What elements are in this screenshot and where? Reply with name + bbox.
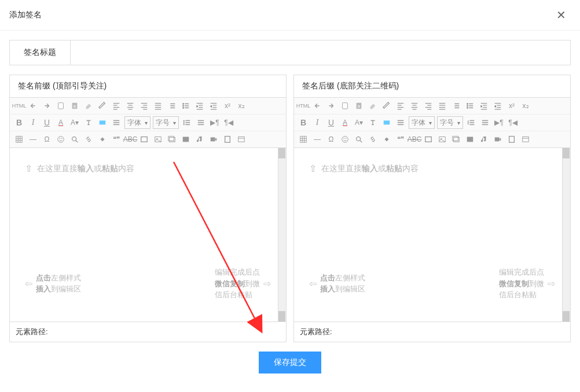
music-icon[interactable]: [477, 132, 491, 146]
superscript-icon[interactable]: x²: [505, 99, 519, 113]
code-icon[interactable]: [421, 132, 435, 146]
html-source-button[interactable]: HTML: [296, 99, 310, 113]
underline-button[interactable]: U: [40, 116, 54, 130]
scroll-up-icon[interactable]: [278, 148, 285, 158]
align-left-icon[interactable]: [109, 99, 123, 113]
font-color-icon[interactable]: A: [54, 116, 68, 130]
save-submit-button[interactable]: 保存提交: [259, 352, 321, 373]
link-icon[interactable]: [82, 132, 96, 146]
list-ordered-icon[interactable]: [165, 99, 179, 113]
underline-button[interactable]: U: [324, 116, 338, 130]
paragraph-icon[interactable]: [109, 116, 123, 130]
attachment-icon[interactable]: [505, 132, 519, 146]
line-height-icon[interactable]: [180, 116, 194, 130]
editor-prefix-area[interactable]: ⇧ 在这里直接输入或粘贴内容 ⇦ 点击左侧样式 插入到编辑区: [10, 148, 286, 321]
paste-icon[interactable]: [54, 99, 68, 113]
search-icon[interactable]: [68, 132, 82, 146]
remove-format-icon[interactable]: [366, 116, 380, 130]
outdent-icon[interactable]: [207, 99, 221, 113]
eraser-icon[interactable]: [82, 99, 96, 113]
editor-suffix-area[interactable]: ⇧ 在这里直接输入或粘贴内容 ⇦ 点击左侧样式 插入到编辑区: [294, 148, 570, 321]
highlight-icon[interactable]: [96, 116, 109, 130]
template-icon[interactable]: [234, 132, 248, 146]
music-icon[interactable]: [193, 132, 207, 146]
letter-spacing-icon[interactable]: [478, 116, 492, 130]
hr-icon[interactable]: —: [26, 132, 40, 146]
font-family-select[interactable]: 字体: [409, 116, 435, 129]
brush-icon[interactable]: [380, 99, 394, 113]
code-icon[interactable]: [137, 132, 151, 146]
special-char-icon[interactable]: Ω: [324, 132, 338, 146]
align-right-icon[interactable]: [421, 99, 435, 113]
link-icon[interactable]: [366, 132, 380, 146]
search-icon[interactable]: [352, 132, 366, 146]
redo-icon[interactable]: [324, 99, 338, 113]
paste-icon[interactable]: [338, 99, 352, 113]
list-unordered-icon[interactable]: [463, 99, 477, 113]
subscript-icon[interactable]: x₂: [234, 99, 248, 113]
align-left-icon[interactable]: [394, 99, 408, 113]
unlink-icon[interactable]: [96, 132, 109, 146]
image-icon[interactable]: [435, 132, 449, 146]
align-justify-icon[interactable]: [151, 99, 165, 113]
table-icon[interactable]: [296, 132, 310, 146]
special-char-icon[interactable]: Ω: [40, 132, 54, 146]
eraser-icon[interactable]: [366, 99, 380, 113]
align-center-icon[interactable]: [408, 99, 421, 113]
remove-format-icon[interactable]: [82, 116, 96, 130]
undo-icon[interactable]: [26, 99, 40, 113]
italic-button[interactable]: I: [310, 116, 324, 130]
font-color-icon[interactable]: A: [338, 116, 352, 130]
emoji-icon[interactable]: [338, 132, 352, 146]
direction-ltr-icon[interactable]: ▶¶: [208, 116, 222, 130]
video-icon[interactable]: [491, 132, 505, 146]
direction-rtl-icon[interactable]: ¶◀: [506, 116, 520, 130]
list-unordered-icon[interactable]: [179, 99, 193, 113]
align-right-icon[interactable]: [137, 99, 151, 113]
undo-icon[interactable]: [310, 99, 324, 113]
quote-icon[interactable]: ❝❞: [109, 132, 123, 146]
bg-color-icon[interactable]: A▾: [68, 116, 82, 130]
quote-icon[interactable]: ❝❞: [394, 132, 408, 146]
html-source-button[interactable]: HTML: [12, 99, 26, 113]
indent-icon[interactable]: [477, 99, 491, 113]
gallery-icon[interactable]: [179, 132, 193, 146]
scrollbar[interactable]: [278, 148, 286, 321]
template-icon[interactable]: [519, 132, 533, 146]
multi-image-icon[interactable]: [449, 132, 463, 146]
outdent-icon[interactable]: [491, 99, 505, 113]
brush-icon[interactable]: [96, 99, 109, 113]
superscript-icon[interactable]: x²: [221, 99, 234, 113]
font-size-select[interactable]: 字号: [153, 116, 179, 129]
font-size-select[interactable]: 字号: [437, 116, 463, 129]
scroll-down-icon[interactable]: [563, 311, 570, 321]
line-height-icon[interactable]: [464, 116, 478, 130]
emoji-icon[interactable]: [54, 132, 68, 146]
list-ordered-icon[interactable]: [449, 99, 463, 113]
unlink-icon[interactable]: [380, 132, 394, 146]
align-center-icon[interactable]: [123, 99, 137, 113]
scroll-up-icon[interactable]: [563, 148, 570, 158]
scrollbar[interactable]: [562, 148, 570, 321]
paste-text-icon[interactable]: a: [68, 99, 82, 113]
paste-text-icon[interactable]: a: [352, 99, 366, 113]
align-justify-icon[interactable]: [435, 99, 449, 113]
paragraph-icon[interactable]: [394, 116, 408, 130]
video-icon[interactable]: [207, 132, 221, 146]
letter-spacing-icon[interactable]: [194, 116, 208, 130]
signature-title-input[interactable]: [71, 40, 570, 65]
hr-icon[interactable]: —: [310, 132, 324, 146]
font-family-select[interactable]: 字体: [124, 116, 150, 129]
strike-icon[interactable]: ABC: [123, 132, 137, 146]
italic-button[interactable]: I: [26, 116, 40, 130]
direction-rtl-icon[interactable]: ¶◀: [222, 116, 236, 130]
strike-icon[interactable]: ABC: [408, 132, 421, 146]
direction-ltr-icon[interactable]: ▶¶: [492, 116, 506, 130]
close-button[interactable]: ✕: [552, 6, 571, 24]
bold-button[interactable]: B: [12, 116, 26, 130]
table-icon[interactable]: [12, 132, 26, 146]
attachment-icon[interactable]: [221, 132, 234, 146]
indent-icon[interactable]: [193, 99, 207, 113]
image-icon[interactable]: [151, 132, 165, 146]
scroll-down-icon[interactable]: [278, 311, 285, 321]
